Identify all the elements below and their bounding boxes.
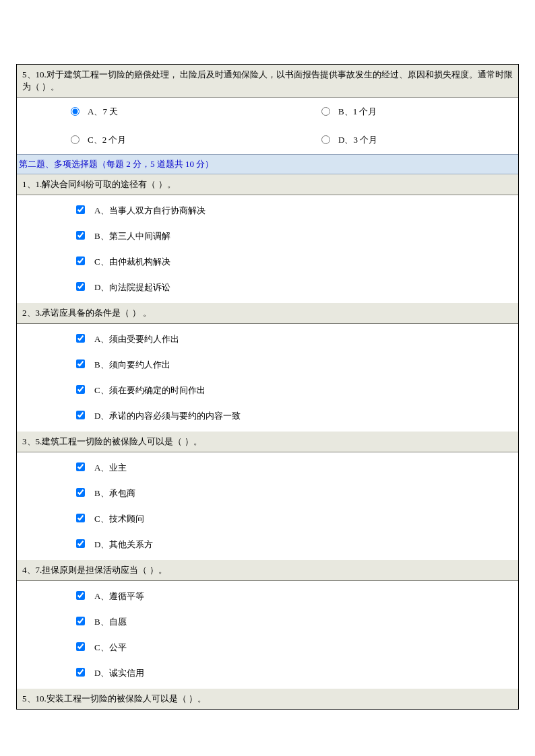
checkbox-d[interactable] [76,411,85,419]
option-c-row: C、公平 [17,635,518,660]
option-b-label: B、自愿 [94,616,127,628]
option-c-row: C、须在要约确定的时间作出 [17,378,518,403]
checkbox-c[interactable] [76,385,85,394]
option-c-label: C、由仲裁机构解决 [94,256,170,268]
option-b-label: B、第三人中间调解 [94,230,170,242]
option-a-row: A、7 天 [17,98,268,126]
option-d-label: D、其他关系方 [94,539,153,551]
option-d-row: D、承诺的内容必须与要约的内容一致 [17,403,518,429]
option-b-label: B、承包商 [94,487,135,500]
option-c-row: C、技术顾问 [17,506,518,532]
option-a-row: A、遵循平等 [17,584,518,609]
radio-a[interactable] [71,107,80,116]
checkbox-a[interactable] [76,334,85,343]
option-d-label: D、向法院提起诉讼 [94,281,170,294]
option-b-label: B、1 个月 [338,106,377,118]
checkbox-b[interactable] [76,231,85,240]
checkbox-a[interactable] [76,591,85,600]
option-c-row: C、2 个月 [17,126,268,154]
checkbox-b[interactable] [76,488,85,497]
option-a-row: A、业主 [17,455,518,481]
option-d-row: D、向法院提起诉讼 [17,275,518,300]
section-header-multi: 第二题、多项选择题（每题 2 分，5 道题共 10 分） [17,154,518,174]
checkbox-c[interactable] [76,256,85,265]
option-c-label: C、须在要约确定的时间作出 [94,384,206,397]
option-c-label: C、公平 [94,642,127,654]
checkbox-d[interactable] [76,539,85,548]
option-b-row: B、承包商 [17,481,518,506]
option-c-row: C、由仲裁机构解决 [17,249,518,275]
multi-q3-header: 3、5.建筑工程一切险的被保险人可以是（ ）。 [17,432,518,452]
multi-q3-options: A、业主 B、承包商 C、技术顾问 D、其他关系方 [17,452,518,560]
option-a-row: A、当事人双方自行协商解决 [17,198,518,224]
option-a-label: A、7 天 [88,106,118,118]
single-q5-options: A、7 天 B、1 个月 C、2 个月 D、3 个月 [17,98,518,154]
checkbox-b[interactable] [76,617,85,625]
option-d-row: D、诚实信用 [17,660,518,686]
checkbox-c[interactable] [76,514,85,522]
exam-container: 5、10.对于建筑工程一切险的赔偿处理， 出险后及时通知保险人，以书面报告提供事… [16,64,519,710]
multi-q1-header: 1、1.解决合同纠纷可取的途径有（ ）。 [17,174,518,195]
radio-d[interactable] [321,135,330,144]
option-a-label: A、当事人双方自行协商解决 [94,205,206,217]
checkbox-d[interactable] [76,282,85,291]
radio-b[interactable] [321,107,330,116]
multi-q4-header: 4、7.担保原则是担保活动应当（ ）。 [17,560,518,581]
option-b-row: B、第三人中间调解 [17,224,518,249]
multi-q4-options: A、遵循平等 B、自愿 C、公平 D、诚实信用 [17,581,518,689]
radio-c[interactable] [71,135,80,144]
checkbox-a[interactable] [76,462,85,471]
checkbox-b[interactable] [76,359,85,368]
option-d-label: D、诚实信用 [94,667,144,679]
option-b-row: B、自愿 [17,609,518,635]
option-a-label: A、须由受要约人作出 [94,333,179,345]
checkbox-c[interactable] [76,642,85,651]
option-b-row: B、1 个月 [268,98,518,126]
option-d-label: D、承诺的内容必须与要约的内容一致 [94,410,241,422]
option-b-label: B、须向要约人作出 [94,359,170,371]
option-d-row: D、3 个月 [268,126,518,154]
option-a-label: A、遵循平等 [94,590,144,603]
checkbox-a[interactable] [76,205,85,214]
option-b-row: B、须向要约人作出 [17,352,518,378]
option-a-label: A、业主 [94,462,127,474]
multi-q5-header: 5、10.安装工程一切险的被保险人可以是（ ）。 [17,689,518,709]
option-c-label: C、2 个月 [88,134,126,146]
option-a-row: A、须由受要约人作出 [17,327,518,352]
checkbox-d[interactable] [76,668,85,677]
option-c-label: C、技术顾问 [94,513,144,525]
multi-q1-options: A、当事人双方自行协商解决 B、第三人中间调解 C、由仲裁机构解决 D、向法院提… [17,195,518,303]
option-d-label: D、3 个月 [338,134,377,146]
single-q5-header: 5、10.对于建筑工程一切险的赔偿处理， 出险后及时通知保险人，以书面报告提供事… [17,65,518,98]
option-d-row: D、其他关系方 [17,532,518,557]
multi-q2-header: 2、3.承诺应具备的条件是（ ） 。 [17,303,518,324]
multi-q2-options: A、须由受要约人作出 B、须向要约人作出 C、须在要约确定的时间作出 D、承诺的… [17,324,518,432]
